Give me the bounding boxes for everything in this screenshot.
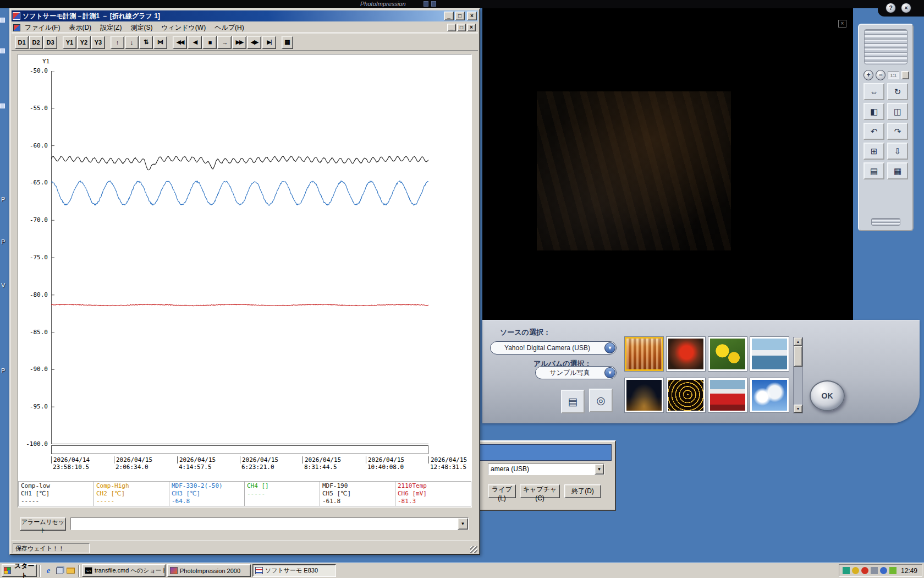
child-minimize-button[interactable]: _ xyxy=(447,24,456,31)
document-icon[interactable] xyxy=(13,24,20,31)
thumbnail-scrollbar[interactable]: ▲ ▼ xyxy=(793,337,803,413)
d2-button[interactable]: D2 xyxy=(29,36,43,49)
minimize-button[interactable]: _ xyxy=(444,12,454,20)
resize-grip[interactable] xyxy=(470,546,477,553)
copy-button[interactable]: ⊞ xyxy=(864,143,884,160)
album-select[interactable]: サンプル写真 ▼ xyxy=(535,366,617,379)
maximize-button[interactable]: □ xyxy=(455,12,465,20)
child-restore-button[interactable]: □ xyxy=(457,24,466,31)
desktop-icon-fragment[interactable] xyxy=(0,18,5,23)
time-scrollbar[interactable] xyxy=(51,445,428,454)
y1-button[interactable]: Y1 xyxy=(63,36,76,49)
d1-button[interactable]: D1 xyxy=(15,36,29,49)
jump-end-button[interactable]: ▶| xyxy=(262,36,276,49)
scroll-down-button[interactable]: ↓ xyxy=(125,36,139,49)
source-select[interactable]: Yahoo! Digital Camera (USB) ▼ xyxy=(490,341,617,355)
scroll-up-button[interactable]: ↑ xyxy=(111,36,124,49)
legend-cell[interactable]: 2110TempCH6 [mV]-81.3 xyxy=(395,482,471,506)
help-button[interactable]: ? xyxy=(886,3,896,13)
d3-button[interactable]: D3 xyxy=(43,36,57,49)
show-desktop-icon[interactable] xyxy=(54,565,65,576)
chevron-down-icon[interactable]: ▼ xyxy=(604,342,615,353)
taskbar-clock[interactable]: 12:49 xyxy=(901,567,917,575)
zoom-out-button[interactable]: − xyxy=(876,70,886,80)
legend-cell[interactable]: Comp-lowCH1 [℃]----- xyxy=(19,482,94,506)
alarm-reset-button[interactable]: アラームリセット xyxy=(20,517,66,531)
menu-view[interactable]: 表示(D) xyxy=(64,23,96,32)
thumbnail[interactable] xyxy=(750,337,789,371)
capture-button[interactable]: キャプチャ(C) xyxy=(520,484,560,498)
menu-settings[interactable]: 設定(Z) xyxy=(96,23,126,32)
child-close-button[interactable]: × xyxy=(467,24,476,31)
scroll-up-icon[interactable]: ▲ xyxy=(794,337,802,346)
rewind-button[interactable]: ◀◀ xyxy=(173,36,187,49)
tray-icon[interactable] xyxy=(843,567,850,574)
thumbnail[interactable] xyxy=(750,378,789,412)
exit-button[interactable]: 終了(D) xyxy=(564,484,601,498)
redo-button[interactable]: ↷ xyxy=(887,123,908,140)
flip-vertical-button[interactable]: ◫ xyxy=(887,103,908,120)
tray-icon[interactable] xyxy=(889,567,897,574)
thumbnail[interactable] xyxy=(625,337,663,371)
step-back-button[interactable]: ◀ xyxy=(188,36,202,49)
tray-icon[interactable] xyxy=(852,567,859,574)
legend-cell[interactable]: Comp-HighCH2 [℃]----- xyxy=(94,482,169,506)
autoscale-button[interactable]: ⋈ xyxy=(153,36,167,49)
zoom-option-button[interactable] xyxy=(901,71,909,79)
thumbnail[interactable] xyxy=(667,378,705,412)
desktop-icon-fragment[interactable] xyxy=(0,103,5,108)
menu-file[interactable]: ファイル(F) xyxy=(20,23,64,32)
fit-screen-button[interactable]: ⇔ xyxy=(864,83,884,100)
tray-icon[interactable] xyxy=(861,567,868,574)
chevron-down-icon[interactable]: ▼ xyxy=(458,518,468,530)
folder-icon[interactable] xyxy=(65,565,76,576)
menu-measure[interactable]: 測定(S) xyxy=(126,23,157,32)
thumbnail[interactable] xyxy=(625,378,663,412)
legend-cell[interactable]: CH4 []----- xyxy=(245,482,320,506)
advance-button[interactable]: → xyxy=(217,36,232,49)
task-button-softthermo[interactable]: ソフトサーモ E830 xyxy=(252,564,336,577)
y3-button[interactable]: Y3 xyxy=(91,36,105,49)
tray-icon[interactable] xyxy=(880,567,887,574)
canvas-close-icon[interactable]: × xyxy=(838,20,846,28)
crop-button[interactable]: ▦ xyxy=(887,162,908,179)
camera-select[interactable]: amera (USB) ▼ xyxy=(488,464,604,475)
marker-button[interactable]: ◀▶ xyxy=(247,36,261,49)
expand-vertical-button[interactable]: ⇅ xyxy=(139,36,153,49)
panel-grip[interactable] xyxy=(871,218,900,226)
menu-help[interactable]: ヘルプ(H) xyxy=(210,23,249,32)
thumbnail[interactable] xyxy=(708,337,747,371)
close-button[interactable]: × xyxy=(467,12,477,20)
zoom-in-button[interactable]: + xyxy=(864,70,873,80)
measurement-titlebar[interactable]: ソフトサーモ計測－計測1 － [折れ線グラフ 1] _ □ × xyxy=(12,10,478,21)
task-button-transfile[interactable]: C:\ transfile.cmd へのショート... xyxy=(82,564,166,577)
stop-button[interactable]: ■ xyxy=(202,36,217,49)
ok-button[interactable]: OK xyxy=(810,380,845,411)
menu-window[interactable]: ウィンドウ(W) xyxy=(157,23,210,32)
chevron-down-icon[interactable]: ▼ xyxy=(604,367,615,378)
actual-size-button[interactable]: 1:1 xyxy=(888,71,899,79)
acquire-camera-button[interactable]: ◎ xyxy=(589,389,613,412)
rotate-button[interactable]: ↻ xyxy=(887,83,908,100)
scrollbar-thumb[interactable] xyxy=(794,346,802,367)
ie-icon[interactable]: e xyxy=(43,565,54,576)
fast-forward-button[interactable]: ▶▶ xyxy=(232,36,246,49)
thumbnail[interactable] xyxy=(708,378,747,412)
tray-icon[interactable] xyxy=(871,567,878,574)
print-button[interactable]: ▤ xyxy=(864,162,884,179)
save-button[interactable]: ⇩ xyxy=(887,143,908,160)
alarm-combobox[interactable]: ▼ xyxy=(70,517,469,530)
close-button[interactable]: × xyxy=(901,3,911,13)
flip-horizontal-button[interactable]: ◧ xyxy=(864,103,884,120)
undo-button[interactable]: ↶ xyxy=(864,123,884,140)
legend-cell[interactable]: MDF-330-2(-50)CH3 [℃]-64.8 xyxy=(169,482,245,506)
live-button[interactable]: ライブ(L) xyxy=(488,484,516,498)
panel-grip[interactable] xyxy=(864,29,908,64)
y2-button[interactable]: Y2 xyxy=(77,36,91,49)
task-button-photoimpression[interactable]: PhotoImpression 2000 xyxy=(167,564,251,577)
display-mode-button[interactable]: ▦ xyxy=(282,36,293,49)
start-button[interactable]: スタート xyxy=(2,564,37,577)
acquire-scanner-button[interactable]: ▤ xyxy=(561,390,585,413)
thumbnail[interactable] xyxy=(667,337,705,371)
desktop-icon-fragment[interactable] xyxy=(0,48,5,53)
